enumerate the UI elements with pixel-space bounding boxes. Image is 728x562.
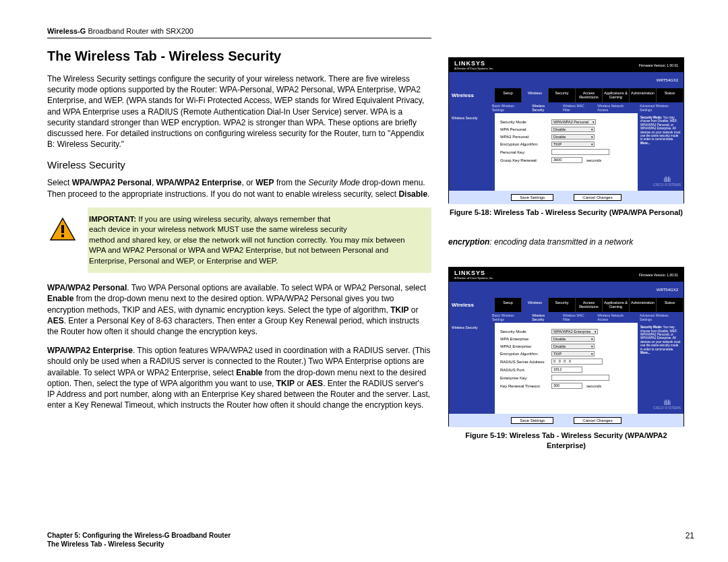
important-callout: IMPORTANT: If you are using wireless sec… xyxy=(88,208,431,274)
encryption-select[interactable]: TKIP xyxy=(551,351,595,356)
tab-status[interactable]: Status xyxy=(657,88,684,102)
page-number: 21 xyxy=(686,531,694,549)
svg-rect-2 xyxy=(61,235,64,237)
cancel-changes-button[interactable]: Cancel Changes xyxy=(574,194,621,201)
wpa2-enterprise-select[interactable]: Disable xyxy=(551,344,595,349)
personal-paragraph: WPA/WPA2 Personal. Two WPA Personal opti… xyxy=(47,282,431,337)
svg-rect-1 xyxy=(61,225,64,233)
cancel-changes-button[interactable]: Cancel Changes xyxy=(574,417,621,424)
security-mode-select[interactable]: WPA/WPA2 Personal xyxy=(551,119,596,125)
security-mode-select[interactable]: WPA/WPA2 Enterprise xyxy=(551,329,598,334)
tab-apps[interactable]: Applications & Gaming xyxy=(603,88,630,102)
key-renewal-timeout-input[interactable]: 300 xyxy=(551,383,582,389)
header-rule xyxy=(47,38,431,38)
select-paragraph: Select WPA/WPA2 Personal, WPA/WPA2 Enter… xyxy=(47,177,431,199)
enterprise-paragraph: WPA/WPA2 Enterprise. This option feature… xyxy=(47,345,431,410)
cisco-logo: CISCO SYSTEMS xyxy=(653,177,681,187)
section-heading: Wireless Security xyxy=(47,159,431,170)
radius-address-input[interactable]: 0 . 0 . 0 . 0 xyxy=(551,358,603,365)
figure-1-caption: Figure 5-18: Wireless Tab - Wireless Sec… xyxy=(448,208,684,217)
wpa-enterprise-select[interactable]: Disable xyxy=(551,336,595,342)
product-header: Wireless-G Broadband Router with SRX200 xyxy=(47,27,431,35)
tab-setup[interactable]: Setup xyxy=(495,88,522,102)
save-settings-button[interactable]: Save Settings xyxy=(511,417,553,424)
intro-paragraph: The Wireless Security settings configure… xyxy=(47,73,431,150)
tab-admin[interactable]: Administration xyxy=(630,88,657,102)
wpa2-personal-select[interactable]: Disable xyxy=(551,134,595,139)
glossary-encryption: encryption: encoding data transmitted in… xyxy=(448,237,684,247)
nav-section-label: Wireless xyxy=(449,88,495,102)
figure-2-screenshot: LINKSYSA Division of Cisco Systems, Inc.… xyxy=(448,267,684,427)
page-footer: Chapter 5: Configuring the Wireless-G Br… xyxy=(47,531,694,549)
tab-access[interactable]: Access Restrictions xyxy=(576,88,603,102)
warning-icon xyxy=(49,217,76,241)
wpa-personal-select[interactable]: Disable xyxy=(551,127,595,132)
group-key-renewal-input[interactable]: 3600 xyxy=(551,157,582,163)
radius-port-input[interactable]: 1812 xyxy=(551,367,582,373)
save-settings-button[interactable]: Save Settings xyxy=(511,194,553,201)
enterprise-key-input[interactable] xyxy=(551,375,609,381)
tab-wireless[interactable]: Wireless xyxy=(522,88,549,102)
encryption-select[interactable]: TKIP xyxy=(551,142,595,147)
tab-security[interactable]: Security xyxy=(549,88,576,102)
personal-key-input[interactable] xyxy=(551,149,609,155)
page-title: The Wireless Tab - Wireless Security xyxy=(47,49,431,64)
figure-1-screenshot: LINKSYSA Division of Cisco Systems, Inc.… xyxy=(448,57,684,204)
figure-2-caption: Figure 5-19: Wireless Tab - Wireless Sec… xyxy=(448,431,684,450)
linksys-logo: LINKSYS xyxy=(454,60,493,67)
